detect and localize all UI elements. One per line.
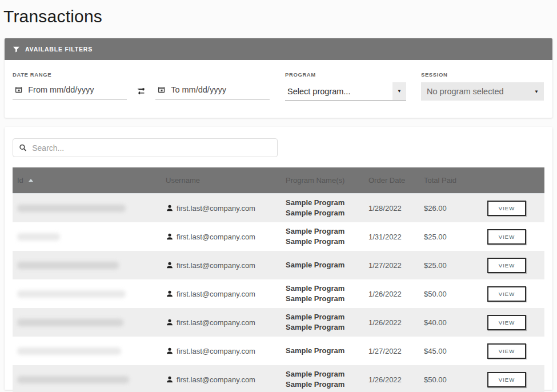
date-to-field[interactable]	[155, 82, 270, 99]
table-body: first.last@company.com Sample ProgramSam…	[13, 194, 544, 392]
program-select-value: Select program...	[287, 87, 350, 96]
filter-funnel-icon	[13, 46, 20, 53]
total-paid-cell: $25.00	[419, 233, 482, 241]
redacted-id-blur	[17, 376, 129, 383]
total-paid-cell: $25.00	[419, 261, 482, 270]
username-cell: first.last@company.com	[161, 290, 281, 298]
table-row: first.last@company.com Sample ProgramSam…	[13, 222, 544, 251]
table-row: first.last@company.com Sample ProgramSam…	[13, 308, 544, 337]
column-header-total-paid[interactable]: Total Paid	[419, 176, 482, 185]
page-title: Transactions	[0, 0, 557, 26]
username-text: first.last@company.com	[177, 318, 255, 327]
username-text: first.last@company.com	[177, 375, 255, 384]
transaction-id-redacted	[13, 205, 161, 212]
transactions-page: Transactions AVAILABLE FILTERS DATE RANG…	[0, 0, 557, 392]
actions-cell: VIEW	[482, 201, 544, 216]
actions-cell: VIEW	[482, 372, 544, 387]
person-icon	[166, 318, 174, 326]
redacted-id-blur	[17, 319, 123, 326]
transactions-table-panel: Id Username Program Name(s) Order Date T…	[5, 127, 552, 390]
search-icon	[19, 143, 27, 152]
table-row: first.last@company.com Sample ProgramSam…	[13, 365, 544, 392]
username-text: first.last@company.com	[177, 347, 255, 355]
program-name: Sample Program	[286, 322, 364, 333]
session-filter-group: SESSION No program selected ▼	[421, 71, 544, 101]
swap-arrows-icon	[137, 87, 146, 95]
filters-panel: AVAILABLE FILTERS DATE RANGE	[5, 38, 552, 118]
program-names-cell: Sample ProgramSample Program	[281, 312, 364, 333]
filters-body: DATE RANGE	[5, 60, 552, 118]
order-date-cell: 1/31/2022	[364, 233, 419, 241]
person-icon	[166, 204, 174, 212]
view-button[interactable]: VIEW	[487, 229, 526, 245]
date-from-input[interactable]	[28, 85, 126, 94]
username-text: first.last@company.com	[177, 261, 255, 270]
actions-cell: VIEW	[482, 229, 544, 245]
program-name: Sample Program	[286, 379, 364, 390]
person-icon	[166, 347, 174, 355]
program-label: PROGRAM	[285, 71, 406, 78]
order-date-cell: 1/26/2022	[364, 290, 419, 298]
transaction-id-redacted	[13, 376, 161, 383]
program-name: Sample Program	[286, 346, 364, 356]
program-name: Sample Program	[286, 237, 364, 247]
session-label: SESSION	[421, 71, 544, 78]
search-input[interactable]	[32, 143, 271, 153]
view-button[interactable]: VIEW	[487, 201, 526, 216]
total-paid-cell: $45.00	[419, 347, 482, 355]
view-button[interactable]: VIEW	[487, 315, 526, 330]
redacted-id-blur	[17, 290, 126, 298]
table-row: first.last@company.com Sample ProgramSam…	[13, 194, 544, 222]
program-names-cell: Sample ProgramSample Program	[281, 226, 364, 247]
transaction-id-redacted	[13, 347, 161, 355]
table-row: first.last@company.com Sample Program 1/…	[13, 251, 544, 279]
order-date-cell: 1/26/2022	[364, 318, 419, 327]
person-icon	[166, 261, 174, 269]
sort-ascending-icon	[29, 179, 33, 182]
column-header-id[interactable]: Id	[13, 176, 161, 185]
redacted-id-blur	[17, 233, 60, 241]
person-icon	[166, 290, 174, 298]
program-select[interactable]: Select program... ▼	[285, 82, 406, 101]
person-icon	[166, 375, 174, 383]
total-paid-cell: $40.00	[419, 318, 482, 327]
program-names-cell: Sample Program	[281, 260, 364, 270]
view-button[interactable]: VIEW	[487, 286, 526, 302]
view-button[interactable]: VIEW	[487, 372, 526, 387]
column-header-username[interactable]: Username	[161, 176, 281, 185]
session-select[interactable]: No program selected ▼	[421, 82, 544, 101]
actions-cell: VIEW	[482, 258, 544, 273]
session-select-value: No program selected	[427, 87, 504, 96]
calendar-icon	[15, 85, 22, 94]
program-names-cell: Sample ProgramSample Program	[281, 369, 364, 390]
program-name: Sample Program	[286, 260, 364, 270]
calendar-icon	[158, 85, 165, 94]
actions-cell: VIEW	[482, 286, 544, 302]
view-button[interactable]: VIEW	[487, 258, 526, 273]
search-box[interactable]	[13, 138, 278, 157]
column-header-order-date[interactable]: Order Date	[364, 176, 419, 185]
program-names-cell: Sample ProgramSample Program	[281, 198, 364, 218]
order-date-cell: 1/28/2022	[364, 204, 419, 213]
actions-cell: VIEW	[482, 343, 544, 359]
username-text: first.last@company.com	[177, 204, 255, 213]
username-cell: first.last@company.com	[161, 318, 281, 327]
date-to-input[interactable]	[171, 85, 269, 94]
date-from-field[interactable]	[13, 82, 127, 99]
order-date-cell: 1/27/2022	[364, 261, 419, 270]
redacted-id-blur	[17, 262, 119, 269]
chevron-down-icon: ▼	[397, 89, 402, 94]
filters-header[interactable]: AVAILABLE FILTERS	[5, 38, 552, 60]
transactions-table: Id Username Program Name(s) Order Date T…	[13, 167, 544, 392]
program-filter-group: PROGRAM Select program... ▼	[285, 71, 406, 101]
view-button[interactable]: VIEW	[487, 343, 526, 359]
column-header-programs[interactable]: Program Name(s)	[281, 176, 364, 185]
total-paid-cell: $50.00	[419, 290, 482, 298]
table-header-row: Id Username Program Name(s) Order Date T…	[13, 167, 544, 194]
username-text: first.last@company.com	[177, 290, 255, 298]
table-row: first.last@company.com Sample ProgramSam…	[13, 279, 544, 308]
chevron-down-icon: ▼	[534, 89, 539, 94]
redacted-id-blur	[17, 205, 126, 212]
transaction-id-redacted	[13, 319, 161, 326]
username-cell: first.last@company.com	[161, 261, 281, 270]
